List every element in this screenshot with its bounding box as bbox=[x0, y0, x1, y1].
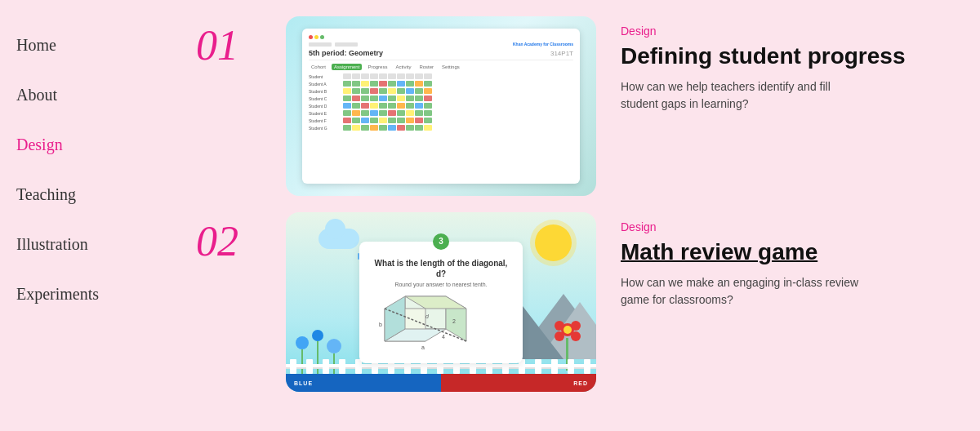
project-row-1: 01 Khan Academy for Classrooms 5th perio… bbox=[196, 16, 980, 196]
svg-rect-15 bbox=[339, 359, 345, 374]
main-content: 01 Khan Academy for Classrooms 5th perio… bbox=[180, 0, 980, 431]
sidebar-item-illustration[interactable]: Illustration bbox=[16, 232, 163, 257]
svg-point-9 bbox=[564, 326, 572, 334]
svg-text:4: 4 bbox=[442, 334, 445, 340]
red-team-bar: RED bbox=[441, 374, 596, 392]
3d-box-diagram: b a 2 d 4 bbox=[372, 292, 510, 353]
cloud-icon bbox=[318, 229, 359, 249]
svg-rect-28 bbox=[551, 359, 558, 374]
project-info-2: Design Math review game How can we make … bbox=[621, 212, 980, 309]
sidebar-item-home[interactable]: Home bbox=[16, 33, 163, 58]
project-desc-1: How can we help teachers identify and fi… bbox=[621, 78, 866, 113]
svg-point-5 bbox=[555, 321, 564, 331]
sidebar-item-about[interactable]: About bbox=[16, 82, 163, 108]
svg-rect-29 bbox=[568, 359, 574, 374]
svg-point-8 bbox=[571, 331, 581, 341]
project-category-2: Design bbox=[621, 220, 980, 233]
dashboard-logo: Khan Academy for Classrooms bbox=[513, 42, 573, 47]
sidebar-item-teaching[interactable]: Teaching bbox=[16, 182, 163, 207]
question-card: 3 What is the length of the diagonal, d?… bbox=[359, 242, 523, 363]
project-thumbnail-2[interactable]: 3 What is the length of the diagonal, d?… bbox=[286, 212, 596, 392]
sidebar: Home About Design Teaching Illustration … bbox=[0, 0, 180, 431]
svg-rect-27 bbox=[535, 359, 541, 374]
project-info-1: Design Defining student progress How can… bbox=[621, 16, 980, 113]
sun-icon bbox=[535, 224, 572, 261]
game-bottom-bar: BLUE RED bbox=[286, 374, 596, 392]
project-thumbnail-1[interactable]: Khan Academy for Classrooms 5th period: … bbox=[286, 16, 596, 196]
svg-rect-30 bbox=[584, 359, 590, 374]
blue-team-bar: BLUE bbox=[286, 374, 441, 392]
dashboard-mockup: Khan Academy for Classrooms 5th period: … bbox=[302, 29, 580, 184]
svg-point-6 bbox=[571, 321, 581, 331]
dashboard-title: 5th period: Geometry bbox=[309, 49, 383, 57]
svg-rect-12 bbox=[290, 359, 296, 374]
question-sub: Round your answer to nearest tenth. bbox=[372, 282, 510, 287]
project-number-1: 01 bbox=[196, 16, 261, 67]
svg-text:a: a bbox=[421, 344, 425, 350]
dashboard-tabs: Cohort Assignment Progress Activity Rost… bbox=[309, 64, 573, 70]
svg-text:2: 2 bbox=[452, 318, 456, 324]
project-row-2: 02 bbox=[196, 212, 980, 392]
svg-point-7 bbox=[555, 331, 564, 341]
svg-rect-13 bbox=[306, 359, 313, 374]
question-text: What is the length of the diagonal, d? bbox=[372, 258, 510, 279]
project-category-1: Design bbox=[621, 24, 980, 38]
dashboard-code: 314P1T bbox=[550, 50, 573, 57]
game-scene: 3 What is the length of the diagonal, d?… bbox=[286, 212, 596, 392]
svg-text:b: b bbox=[379, 322, 382, 327]
project-title-2[interactable]: Math review game bbox=[621, 238, 980, 266]
dashboard-table: Student bbox=[309, 73, 573, 131]
blue-team-label: BLUE bbox=[294, 380, 313, 386]
sidebar-item-design[interactable]: Design bbox=[16, 132, 163, 158]
project-title-1[interactable]: Defining student progress bbox=[621, 42, 980, 70]
project-desc-2: How can we make an engaging in-class rev… bbox=[621, 274, 866, 309]
red-team-label: RED bbox=[573, 380, 588, 386]
svg-rect-14 bbox=[323, 359, 329, 374]
project-number-2: 02 bbox=[196, 212, 261, 263]
sidebar-item-experiments[interactable]: Experiments bbox=[16, 282, 163, 307]
question-number: 3 bbox=[433, 233, 449, 250]
